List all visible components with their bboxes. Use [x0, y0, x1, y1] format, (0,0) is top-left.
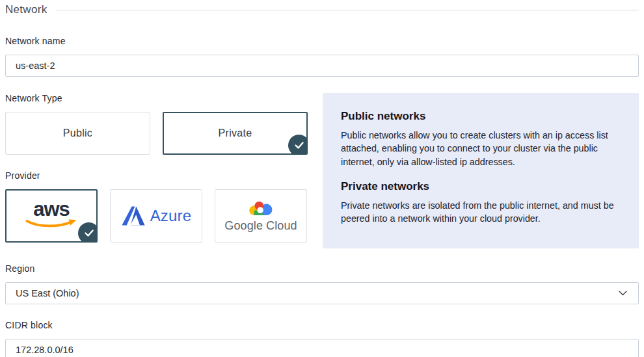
network-name-input[interactable] [5, 55, 639, 77]
google-cloud-logo: Google Cloud [224, 200, 297, 233]
google-cloud-icon [248, 200, 274, 218]
region-select[interactable]: US East (Ohio) [5, 282, 639, 304]
info-body-public: Public networks allow you to create clus… [341, 129, 621, 168]
section-header: Network [5, 3, 639, 16]
provider-card-azure[interactable]: Azure [110, 189, 202, 243]
network-type-label: Network Type [5, 93, 308, 103]
info-heading-private: Private networks [341, 180, 621, 193]
network-info-panel: Public networks Public networks allow yo… [323, 93, 639, 248]
info-heading-public: Public networks [341, 110, 621, 123]
check-icon [295, 142, 304, 149]
network-form: Network Network name Network Type Public… [0, 0, 644, 357]
region-label: Region [5, 263, 639, 274]
selected-badge [288, 135, 308, 155]
check-icon [85, 230, 94, 237]
network-type-card-private[interactable]: Private [163, 112, 308, 155]
azure-logo: Azure [121, 205, 192, 227]
aws-logo: aws [25, 200, 77, 229]
network-type-card-private-label: Private [219, 127, 252, 139]
google-cloud-logo-text: Google Cloud [224, 219, 297, 233]
provider-cards: aws [5, 189, 308, 243]
network-type-card-public-label: Public [63, 127, 92, 139]
region-selected-value: US East (Ohio) [16, 288, 79, 298]
left-column: Network Type Public Private Provider [5, 93, 308, 248]
type-provider-row: Network Type Public Private Provider [5, 93, 639, 248]
aws-logo-text: aws [33, 200, 70, 218]
section-divider [56, 10, 639, 10]
azure-logo-text: Azure [150, 207, 192, 225]
cidr-block-input[interactable] [5, 339, 639, 357]
network-type-cards: Public Private [5, 112, 308, 155]
cidr-block-label: CIDR block [5, 320, 639, 330]
network-name-label: Network name [5, 36, 639, 46]
info-body-private: Private networks are isolated from the p… [341, 199, 621, 226]
provider-card-google-cloud[interactable]: Google Cloud [215, 189, 307, 243]
network-type-card-public[interactable]: Public [5, 112, 150, 155]
selected-badge [78, 222, 98, 243]
chevron-down-icon [619, 291, 627, 296]
aws-smile-icon [25, 218, 77, 229]
provider-card-aws[interactable]: aws [5, 189, 98, 243]
section-title: Network [5, 3, 47, 16]
azure-icon [121, 205, 146, 227]
provider-label: Provider [5, 170, 308, 181]
